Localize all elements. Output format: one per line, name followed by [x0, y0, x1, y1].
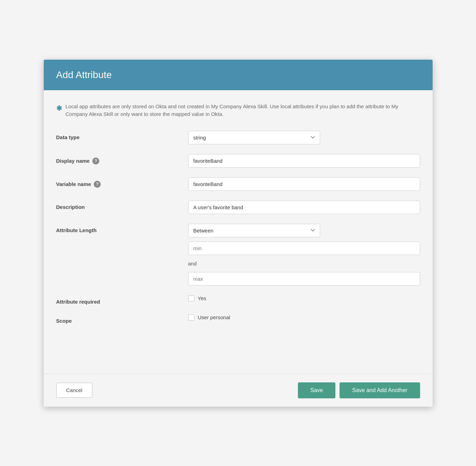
scope-label: Scope — [56, 314, 188, 324]
data-type-label: Data type — [56, 131, 188, 140]
variable-name-input[interactable] — [188, 177, 420, 191]
data-type-control: string boolean number integer — [188, 131, 420, 144]
description-input[interactable] — [188, 201, 420, 214]
data-type-select[interactable]: string boolean number integer — [188, 131, 320, 144]
modal-body: ✱ Local app attributes are only stored o… — [44, 90, 433, 374]
add-attribute-modal: Add Attribute ✱ Local app attributes are… — [44, 60, 433, 407]
save-and-add-button[interactable]: Save and Add Another — [340, 382, 420, 398]
and-text: and — [188, 258, 420, 269]
attribute-required-label: Attribute required — [56, 295, 188, 305]
min-max-wrap: and — [188, 242, 420, 286]
variable-name-label: Variable name ? — [56, 177, 188, 188]
min-input[interactable] — [188, 242, 420, 255]
variable-name-help-icon[interactable]: ? — [94, 181, 101, 188]
description-control — [188, 201, 420, 214]
display-name-help-icon[interactable]: ? — [92, 158, 99, 164]
attribute-length-select-wrap: Between Less than Greater than Unlimited — [188, 224, 320, 237]
variable-name-control — [188, 177, 420, 191]
scope-control: User personal — [188, 314, 420, 321]
attribute-length-select[interactable]: Between Less than Greater than Unlimited — [188, 224, 320, 237]
modal-title: Add Attribute — [56, 69, 420, 81]
attribute-required-checkbox-row: Yes — [188, 295, 420, 302]
display-name-control — [188, 154, 420, 168]
scope-row: Scope User personal — [56, 314, 420, 324]
info-asterisk: ✱ — [56, 103, 62, 113]
attribute-required-checkbox-label: Yes — [198, 295, 206, 301]
description-label: Description — [56, 201, 188, 210]
attribute-length-label: Attribute Length — [56, 224, 188, 233]
max-input[interactable] — [188, 272, 420, 286]
modal-footer: Cancel Save Save and Add Another — [44, 374, 433, 407]
scope-checkbox[interactable] — [188, 314, 194, 321]
display-name-input[interactable] — [188, 154, 420, 168]
display-name-row: Display name ? — [56, 154, 420, 168]
attribute-length-row: Attribute Length Between Less than Great… — [56, 224, 420, 286]
cancel-button[interactable]: Cancel — [56, 383, 93, 398]
attribute-required-row: Attribute required Yes — [56, 295, 420, 305]
action-buttons: Save Save and Add Another — [298, 382, 420, 398]
scope-checkbox-label: User personal — [198, 314, 230, 320]
save-button[interactable]: Save — [298, 382, 335, 398]
attribute-required-control: Yes — [188, 295, 420, 302]
scope-checkbox-row: User personal — [188, 314, 420, 321]
data-type-row: Data type string boolean number integer — [56, 131, 420, 144]
description-row: Description — [56, 201, 420, 214]
attribute-required-checkbox[interactable] — [188, 295, 194, 302]
info-text: Local app attributes are only stored on … — [66, 103, 420, 118]
modal-header: Add Attribute — [44, 60, 433, 90]
info-banner: ✱ Local app attributes are only stored o… — [56, 103, 420, 118]
variable-name-row: Variable name ? — [56, 177, 420, 191]
display-name-label: Display name ? — [56, 154, 188, 164]
data-type-select-wrap: string boolean number integer — [188, 131, 320, 144]
attribute-length-control: Between Less than Greater than Unlimited… — [188, 224, 420, 286]
